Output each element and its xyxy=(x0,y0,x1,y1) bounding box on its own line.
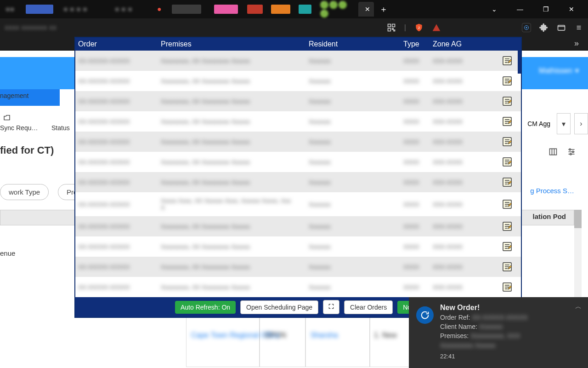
cell-type: XXXX xyxy=(401,78,430,85)
tab-strip: ●● ● ● ● ● ● ● ● ● 🟢🟢🟢🟢 ✕ ＋ xyxy=(0,2,392,17)
edit-row-icon[interactable] xyxy=(502,282,513,293)
edit-row-icon[interactable] xyxy=(502,55,513,66)
edit-row-icon[interactable] xyxy=(502,221,513,232)
cell-premises: Xxxxxxxxx, XX Xxxxxxxxx Xxxxxx xyxy=(158,179,306,186)
notification-toast[interactable]: ︿ New Order! Order Ref: XX-XXXXX-XXXXX C… xyxy=(409,297,588,368)
page-title: fied for CT) xyxy=(0,144,54,156)
edit-row-icon[interactable] xyxy=(502,241,513,252)
table-row: XX-XXXXX-XXXXXXxxxxxxxx, XX Xxxxxxxxx Xx… xyxy=(75,172,521,192)
orders-modal: Order Premises Resident Type Zone AG XX-… xyxy=(74,37,522,318)
table-row: XX-XXXXX-XXXXXXxxxxxxxx, XX Xxxxxxxxx Xx… xyxy=(75,152,521,172)
extension-refresh-icon[interactable] xyxy=(522,23,531,32)
toast-order-ref-label: Order Ref: xyxy=(440,314,470,321)
cell-order: XX-XXXXX-XXXXX xyxy=(75,78,158,85)
cell-premises: Xxxxx Xxxx, XX Xxxxxx Xxxx, Xxxxxx Xxxxx… xyxy=(158,197,306,211)
cell-type: XXXX xyxy=(401,264,430,270)
columns-icon[interactable] xyxy=(548,147,558,158)
cell-resident: Xxxxxxx xyxy=(306,201,401,208)
svg-rect-1 xyxy=(392,24,395,27)
svg-rect-3 xyxy=(392,29,394,29)
edit-row-icon[interactable] xyxy=(502,177,513,188)
edit-row-icon[interactable] xyxy=(502,136,513,147)
svg-rect-8 xyxy=(558,25,565,30)
url-field[interactable]: xxxx xxxxxxx xx xyxy=(5,23,387,32)
browser-tab[interactable] xyxy=(210,2,243,17)
caret-down-icon[interactable]: ⌄ xyxy=(487,6,502,13)
cell-order: XX-XXXXX-XXXXX xyxy=(75,284,158,291)
brave-shield-icon[interactable]: 2 xyxy=(414,23,424,32)
edit-row-icon[interactable] xyxy=(502,96,513,107)
browser-tab[interactable]: ● ● ● ● xyxy=(60,2,110,17)
browser-tab-active[interactable]: ✕ xyxy=(358,2,374,17)
modal-scrollbar[interactable] xyxy=(518,51,521,74)
cell-type: XXXX xyxy=(401,223,430,230)
close-tab-icon[interactable]: ✕ xyxy=(365,6,370,13)
toast-title: New Order! xyxy=(440,304,528,312)
table-row: XX-XXXXX-XXXXXXxxxxxxxx, XX Xxxxxxxxx Xx… xyxy=(75,277,521,297)
browser-tab[interactable]: ● ● ● xyxy=(111,2,153,17)
browser-tab[interactable] xyxy=(295,2,315,17)
bookmarks-overflow-icon[interactable]: » xyxy=(574,39,579,48)
extensions-icon[interactable] xyxy=(539,23,548,32)
tab-dropdown-icon[interactable]: ▾ xyxy=(557,113,571,134)
browser-tab[interactable] xyxy=(168,2,209,17)
new-tab-button[interactable]: ＋ xyxy=(375,2,392,17)
table-row: XX-XXXXX-XXXXXXxxxxxxxx, XX Xxxxxxxxx Xx… xyxy=(75,257,521,277)
browser-tab[interactable] xyxy=(22,2,59,17)
collapse-toast-icon[interactable]: ︿ xyxy=(575,303,582,311)
auto-refresh-toggle[interactable]: Auto Refresh: On xyxy=(175,301,236,314)
settings-sliders-icon[interactable] xyxy=(567,147,576,158)
browser-tab[interactable]: ●● xyxy=(2,2,21,17)
browser-tab[interactable] xyxy=(243,2,266,17)
cell-premises: Xxxxxxxxx, XX Xxxxxxxxx Xxxxxx xyxy=(158,159,306,166)
tab-status[interactable]: Status xyxy=(51,124,70,132)
browser-titlebar: ●● ● ● ● ● ● ● ● ● 🟢🟢🟢🟢 ✕ ＋ ⌄ — ❐ ✕ xyxy=(0,0,588,18)
minimize-icon[interactable]: — xyxy=(513,6,527,13)
edit-row-icon[interactable] xyxy=(502,199,513,210)
browser-tab[interactable]: 🟢🟢🟢🟢 xyxy=(316,2,357,17)
cell-premises: Xxxxxxxxx, XX Xxxxxxxxx Xxxxxx xyxy=(158,118,306,125)
browser-tab[interactable]: ● xyxy=(153,2,167,17)
user-menu[interactable]: Mathissen▾ xyxy=(539,66,579,75)
edit-row-icon[interactable] xyxy=(502,261,513,272)
browser-tab[interactable] xyxy=(267,2,294,17)
column-resident: Resident xyxy=(306,40,401,48)
cell-premises: Xxxxxxxxx, XX Xxxxxxxxx Xxxxxx xyxy=(158,284,306,291)
qr-icon[interactable] xyxy=(387,23,396,32)
maximize-icon[interactable]: ❐ xyxy=(538,6,553,13)
cell-order: XX-XXXXX-XXXXX xyxy=(75,264,158,270)
cell-order: XX-XXXXX-XXXXX xyxy=(75,179,158,186)
close-window-icon[interactable]: ✕ xyxy=(564,6,579,13)
cell-type: XXXX xyxy=(401,284,430,291)
edit-row-icon[interactable] xyxy=(502,156,513,167)
menu-icon[interactable]: ≡ xyxy=(574,23,583,32)
cell-premises: Xxxxxxxxx, XX Xxxxxxxxx Xxxxxx xyxy=(158,223,306,230)
table-row: XX-XXXXX-XXXXXXxxxxxxxx, XX Xxxxxxxxx Xx… xyxy=(75,111,521,132)
cell-order: XX-XXXXX-XXXXX xyxy=(75,159,158,166)
open-scheduling-button[interactable]: Open Scheduling Page xyxy=(240,300,318,314)
cell-type: XXXX xyxy=(401,138,430,145)
fullscreen-button[interactable] xyxy=(323,300,339,314)
cell-premises: Xxxxxxxxx, XX Xxxxxxxxx Xxxxxx xyxy=(158,243,306,250)
tab-forward-icon[interactable]: › xyxy=(574,113,588,134)
svg-point-12 xyxy=(570,153,571,155)
cell-zone: XXX-XXXX xyxy=(430,118,496,125)
edit-row-icon[interactable] xyxy=(502,116,513,127)
link-process[interactable]: g Process S… xyxy=(530,187,574,195)
column-order: Order xyxy=(75,40,158,48)
clear-orders-button[interactable]: Clear Orders xyxy=(344,300,393,314)
cell-resident: Xxxxxxx xyxy=(306,78,401,85)
filter-work-type[interactable]: work Type xyxy=(0,184,49,200)
cell-resident: Xxxxxxx xyxy=(306,243,401,250)
cell-zone: XXX-XXXX xyxy=(430,243,496,250)
column-zone: Zone AG xyxy=(430,40,496,48)
wallet-icon[interactable] xyxy=(557,23,566,32)
cell-premises: Xxxxxxxxx, XX Xxxxxxxxx Xxxxxx xyxy=(158,78,306,85)
svg-rect-0 xyxy=(388,24,390,27)
tab-sync-requests[interactable]: Sync Requ… xyxy=(0,124,38,132)
tab-cm-agg[interactable]: CM Agg xyxy=(527,120,550,127)
cell-resident: Xxxxxxx xyxy=(306,98,401,105)
edit-row-icon[interactable] xyxy=(502,75,513,86)
warning-icon[interactable] xyxy=(432,23,441,32)
table-row: XX-XXXXX-XXXXXXxxxxxxxx, XX Xxxxxxxxx Xx… xyxy=(75,91,521,111)
